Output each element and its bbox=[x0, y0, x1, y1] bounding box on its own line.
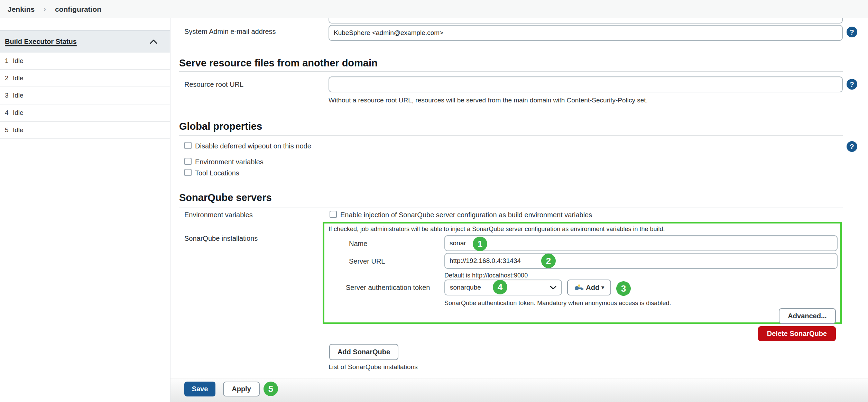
environment-variables-checkbox[interactable] bbox=[184, 158, 192, 165]
auth-token-label: Server authentication token bbox=[346, 284, 430, 292]
save-button[interactable]: Save bbox=[184, 382, 215, 396]
sonarqube-servers-section-title: SonarQube servers bbox=[179, 192, 272, 203]
global-properties-section-title: Global properties bbox=[179, 121, 262, 132]
help-icon[interactable]: ? bbox=[847, 141, 857, 152]
server-url-input[interactable] bbox=[444, 253, 838, 269]
advanced-button[interactable]: Advanced... bbox=[779, 308, 836, 324]
key-icon bbox=[574, 284, 584, 291]
section-divider bbox=[179, 135, 843, 136]
annotation-badge-3: 3 bbox=[616, 281, 631, 296]
disable-deferred-wipeout-checkbox[interactable] bbox=[184, 142, 192, 149]
sonarqube-installations-label: SonarQube installations bbox=[184, 235, 258, 243]
help-icon[interactable]: ? bbox=[847, 79, 857, 90]
add-sonarqube-button[interactable]: Add SonarQube bbox=[329, 344, 398, 360]
system-admin-email-label: System Admin e-mail address bbox=[184, 28, 276, 36]
tool-locations-label: Tool Locations bbox=[195, 169, 239, 177]
auth-token-select[interactable]: sonarqube bbox=[444, 280, 562, 295]
installations-list-caption: List of SonarQube installations bbox=[329, 363, 418, 371]
sq-environment-variables-label: Environment variables bbox=[184, 211, 253, 219]
auth-token-help-text: SonarQube authentication token. Mandator… bbox=[444, 300, 671, 307]
clipped-field-above[interactable] bbox=[329, 18, 843, 24]
section-divider bbox=[179, 71, 843, 72]
configuration-form: System Admin e-mail address ? Serve reso… bbox=[0, 0, 868, 402]
select-chevron-down-icon bbox=[550, 286, 556, 290]
system-admin-email-input[interactable] bbox=[329, 25, 843, 41]
installation-name-input[interactable] bbox=[444, 235, 838, 251]
resource-root-url-label: Resource root URL bbox=[184, 81, 243, 89]
delete-sonarqube-button[interactable]: Delete SonarQube bbox=[758, 326, 836, 341]
serve-resources-section-title: Serve resource files from another domain bbox=[179, 57, 378, 69]
enable-injection-help-text: If checked, job administrators will be a… bbox=[329, 226, 665, 233]
apply-button[interactable]: Apply bbox=[223, 382, 260, 396]
add-token-button-label: Add bbox=[586, 284, 599, 292]
server-url-label: Server URL bbox=[349, 257, 385, 265]
installation-name-label: Name bbox=[349, 240, 367, 248]
bottom-action-bar bbox=[170, 378, 868, 402]
add-token-button[interactable]: Add ▾ bbox=[567, 280, 611, 295]
enable-injection-label: Enable injection of SonarQube server con… bbox=[340, 211, 592, 219]
jenkins-configuration-page: Jenkins › configuration Build Executor S… bbox=[0, 0, 868, 402]
tool-locations-checkbox[interactable] bbox=[184, 169, 192, 176]
help-icon[interactable]: ? bbox=[847, 27, 857, 37]
server-url-help-text: Default is http://localhost:9000 bbox=[444, 272, 528, 279]
resource-root-url-input[interactable] bbox=[329, 76, 843, 92]
enable-injection-checkbox[interactable] bbox=[330, 211, 337, 218]
caret-down-icon: ▾ bbox=[601, 284, 604, 291]
auth-token-selected-value: sonarqube bbox=[450, 284, 481, 291]
environment-variables-label: Environment variables bbox=[195, 158, 264, 166]
section-divider bbox=[179, 208, 843, 208]
resource-root-help-text: Without a resource root URL, resources w… bbox=[329, 97, 648, 104]
disable-deferred-wipeout-label: Disable deferred wipeout on this node bbox=[195, 142, 311, 150]
